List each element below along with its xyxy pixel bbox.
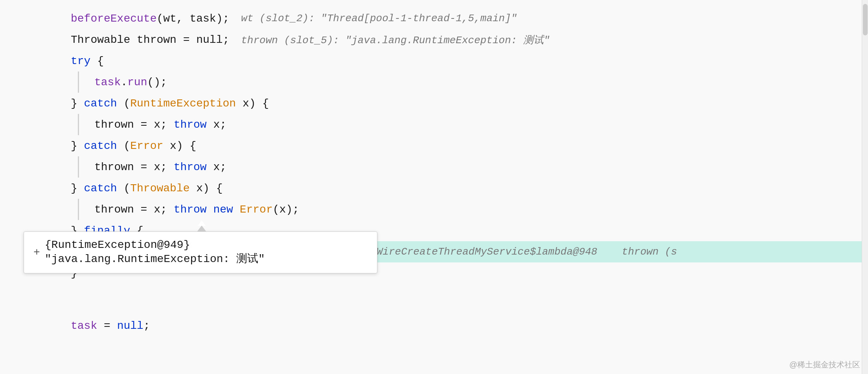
token-1a: (wt, task);: [156, 13, 229, 25]
token-try: try: [71, 55, 90, 67]
token-close-brace-2: }: [71, 140, 84, 152]
token-catch-3: catch: [84, 182, 117, 194]
token-throw-2: throw: [174, 161, 207, 173]
token-run: run: [127, 76, 147, 88]
token-catch-paren-2: (: [117, 140, 131, 152]
debug-hint-2: thrown (slot_5): "java.lang.RuntimeExcep…: [241, 33, 550, 47]
token-thrown-x-2: thrown = x;: [94, 161, 174, 173]
token-catch-1: catch: [84, 97, 117, 110]
scrollbar[interactable]: [862, 0, 868, 374]
token-task-null: task: [71, 320, 97, 332]
code-line-7: } catch (Error x) {: [24, 135, 868, 156]
token-dot: .: [121, 76, 127, 88]
tooltip: + {RuntimeException@949} "java.lang.Runt…: [24, 231, 377, 273]
token-error-x: (x);: [273, 204, 299, 216]
token-throw-x-2: x;: [207, 161, 226, 173]
token-catch-2: catch: [84, 140, 117, 152]
token-catch-x-1: x) {: [236, 97, 269, 110]
token-before-execute: beforeExecute: [71, 13, 156, 25]
token-error-new: Error: [240, 204, 273, 216]
token-runtime-exception: RuntimeException: [130, 97, 236, 110]
token-thrown-x-3: thrown = x;: [94, 204, 174, 216]
code-line-9: } catch (Throwable x) {: [24, 178, 868, 199]
token-catch-x-3: x) {: [189, 182, 223, 194]
tooltip-arrow-inner: [198, 220, 206, 226]
token-try-brace: {: [90, 55, 104, 67]
token-throw-1: throw: [174, 119, 207, 131]
token-catch-paren-3: (: [117, 182, 131, 194]
token-catch-x-2: x) {: [163, 140, 196, 152]
token-close-brace-1: }: [71, 97, 84, 110]
code-line-8: thrown = x; throw x;: [24, 156, 868, 178]
token-run-paren: ();: [147, 76, 167, 88]
token-throw-x-1: x;: [207, 119, 226, 131]
watermark: @稀土掘金技术社区: [789, 359, 860, 370]
tooltip-plus: +: [33, 246, 40, 258]
tooltip-content: {RuntimeException@949} "java.lang.Runtim…: [45, 239, 368, 266]
token-error: Error: [130, 140, 163, 152]
code-line-2: Throwable thrown = null; thrown (slot_5)…: [24, 29, 868, 50]
code-line-4: task.run();: [24, 72, 868, 93]
token-close-brace-3: }: [71, 182, 84, 194]
tooltip-arrow: [197, 226, 206, 232]
code-line-10: thrown = x; throw new Error(x);: [24, 199, 868, 220]
token-throw-3: throw: [174, 204, 207, 216]
code-line-6: thrown = x; throw x;: [24, 114, 868, 135]
token-thrown-x-1: thrown = x;: [94, 119, 174, 131]
token-throwable-type: Throwable: [130, 182, 189, 194]
code-line-5: } catch (RuntimeException x) {: [24, 93, 868, 114]
token-semicolon: ;: [143, 320, 150, 332]
code-area: beforeExecute(wt, task); wt (slot_2): "T…: [0, 8, 868, 336]
debug-hint-1: wt (slot_2): "Thread[pool-1-thread-1,5,m…: [241, 13, 517, 24]
token-equals-null: =: [97, 320, 117, 332]
token-task-run: task: [94, 76, 121, 88]
editor-container: beforeExecute(wt, task); wt (slot_2): "T…: [0, 0, 868, 374]
token-throwable: Throwable thrown = null;: [71, 34, 229, 46]
code-line-14: task = null;: [24, 315, 868, 336]
token-new: new: [207, 204, 240, 216]
token-null: null: [117, 320, 143, 332]
token-catch-paren-1: (: [117, 97, 131, 110]
code-line-3: try {: [24, 50, 868, 72]
code-line-1: beforeExecute(wt, task); wt (slot_2): "T…: [24, 8, 868, 29]
scrollbar-thumb[interactable]: [863, 4, 868, 35]
